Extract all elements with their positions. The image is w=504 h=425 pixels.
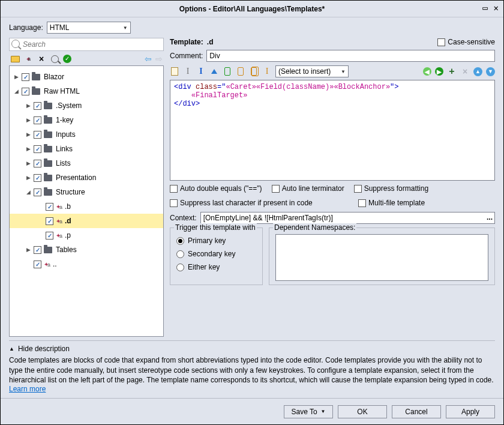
tree-node-presentation[interactable]: ▶ Presentation (10, 170, 163, 185)
checkbox[interactable] (34, 188, 41, 196)
expand-icon[interactable]: ▶ (25, 247, 31, 253)
cancel-button[interactable]: Cancel (392, 405, 441, 418)
context-input[interactable] (200, 212, 495, 224)
checkbox[interactable] (34, 261, 41, 268)
radio-primary[interactable]: Primary key (176, 234, 256, 247)
checkbox[interactable] (34, 116, 41, 124)
multi-file-template-checkbox[interactable]: Multi-file template (358, 199, 425, 207)
tree-node-blazor[interactable]: ▶ Blazor (10, 70, 163, 84)
field-icon[interactable] (224, 67, 230, 76)
apply-button[interactable]: Apply (446, 405, 495, 418)
tree-node-tables[interactable]: ▶ Tables (10, 243, 163, 257)
move-up-icon[interactable] (473, 67, 482, 76)
suppress-last-char-checkbox[interactable]: Suppress last character if present in co… (170, 199, 349, 207)
checkbox[interactable] (34, 131, 41, 139)
folder-icon (44, 103, 52, 109)
new-file-icon[interactable] (171, 67, 178, 76)
expand-icon[interactable]: ▶ (25, 175, 31, 181)
folder-icon (44, 175, 52, 181)
description-toggle[interactable]: ▲ Hide description (9, 345, 495, 353)
learn-more-link[interactable]: Learn more (9, 385, 46, 393)
template-tree[interactable]: ▶ Blazor ◢ Raw HTML ▶ .System (9, 65, 164, 337)
anchor-icon[interactable]: I (262, 67, 272, 76)
tree-leaf-dots[interactable]: ▶ a .. (10, 257, 163, 271)
next-field-icon[interactable]: ▶ (435, 67, 443, 76)
case-sensitive-checkbox[interactable]: Case-sensitive (437, 38, 495, 46)
suppress-formatting-checkbox[interactable]: Suppress formatting (354, 184, 428, 193)
link-icon[interactable] (238, 67, 244, 76)
tree-node-inputs[interactable]: ▶ Inputs (10, 127, 163, 142)
tree-node-raw-html[interactable]: ◢ Raw HTML (10, 84, 163, 98)
delete-icon[interactable]: × (37, 54, 46, 64)
ok-button[interactable]: OK (338, 405, 387, 418)
close-icon[interactable]: ✕ (494, 3, 499, 13)
nav-back-icon[interactable]: ⇦ (145, 55, 152, 63)
code-editor[interactable]: <div class="«Caret»«Field(className)»«Bl… (170, 80, 495, 181)
maximize-icon[interactable]: ▭ (482, 3, 487, 13)
expand-icon[interactable]: ▶ (25, 146, 31, 152)
comment-input[interactable] (206, 50, 495, 62)
add-icon[interactable]: + (447, 67, 457, 76)
language-select[interactable]: HTML ▼ (47, 22, 131, 34)
caret-icon[interactable]: I (183, 67, 193, 76)
language-value: HTML (50, 23, 70, 32)
checkbox[interactable] (46, 232, 53, 240)
tree-node-structure[interactable]: ◢ Structure (10, 185, 163, 199)
save-to-button[interactable]: Save To▼ (284, 405, 333, 418)
tree-node-system[interactable]: ▶ .System (10, 98, 163, 113)
caret-bold-icon[interactable]: I (196, 67, 206, 76)
prev-field-icon[interactable]: ◀ (423, 67, 431, 76)
expand-icon[interactable]: ▶ (25, 131, 31, 137)
expand-icon[interactable]: ▶ (25, 117, 31, 123)
tree-leaf-p[interactable]: ▶ a .p (10, 228, 163, 243)
radio-secondary[interactable]: Secondary key (176, 247, 256, 261)
expand-icon[interactable]: ▶ (25, 103, 31, 109)
insert-select[interactable]: (Select to insert) ▼ (275, 65, 349, 77)
auto-double-equals-checkbox[interactable]: Auto double equals ("==") (170, 184, 262, 193)
options-window: Options - Editor\All Languages\Templates… (0, 0, 504, 425)
namespaces-legend: Dependent Namespaces: (273, 223, 356, 232)
expand-icon[interactable]: ▶ (25, 160, 31, 166)
auto-line-terminator-checkbox[interactable]: Auto line terminator (272, 184, 344, 193)
namespaces-list[interactable] (275, 234, 488, 281)
checkbox[interactable] (34, 174, 41, 182)
template-icon: a (56, 218, 62, 225)
checkbox[interactable] (34, 160, 41, 167)
expand-icon[interactable]: ▶ (13, 74, 19, 80)
trigger-fieldset: Trigger this template with Primary key S… (170, 228, 263, 285)
new-template-icon[interactable]: a (23, 54, 33, 64)
collapse-icon: ▲ (9, 346, 14, 352)
comment-label: Comment: (170, 52, 203, 60)
checkbox[interactable] (34, 246, 41, 254)
checkbox[interactable] (22, 88, 29, 95)
checkbox[interactable] (34, 145, 41, 153)
linkgroup-icon[interactable] (251, 67, 257, 76)
validate-icon[interactable] (63, 55, 71, 63)
description-text: Code templates are blocks of code that e… (9, 355, 495, 385)
tree-node-links[interactable]: ▶ Links (10, 142, 163, 156)
chevron-down-icon: ▼ (123, 25, 128, 31)
tree-node-lists[interactable]: ▶ Lists (10, 156, 163, 170)
radio-either[interactable]: Either key (176, 261, 256, 274)
checkbox[interactable] (46, 203, 53, 211)
collapse-icon[interactable]: ◢ (13, 88, 19, 94)
checkbox[interactable] (22, 73, 29, 81)
checkbox[interactable] (34, 102, 41, 110)
collapse-icon[interactable]: ◢ (25, 189, 31, 195)
checkbox[interactable] (46, 217, 53, 225)
search-icon (11, 40, 20, 48)
template-icon: a (44, 261, 50, 268)
folder-icon (44, 247, 52, 253)
move-down-icon[interactable] (486, 67, 495, 76)
find-icon[interactable] (51, 55, 59, 63)
marker-icon[interactable] (211, 69, 217, 74)
folder-icon (44, 160, 52, 167)
tree-node-1key[interactable]: ▶ 1-key (10, 113, 163, 127)
context-browse-icon[interactable]: ... (487, 213, 493, 222)
tree-leaf-b[interactable]: ▶ a .b (10, 199, 163, 214)
search-input[interactable] (9, 38, 164, 51)
tree-leaf-d[interactable]: ▶ a .d (10, 214, 163, 228)
folder-open-icon[interactable] (10, 54, 20, 64)
folder-icon (44, 146, 52, 152)
template-icon: a (56, 232, 62, 239)
